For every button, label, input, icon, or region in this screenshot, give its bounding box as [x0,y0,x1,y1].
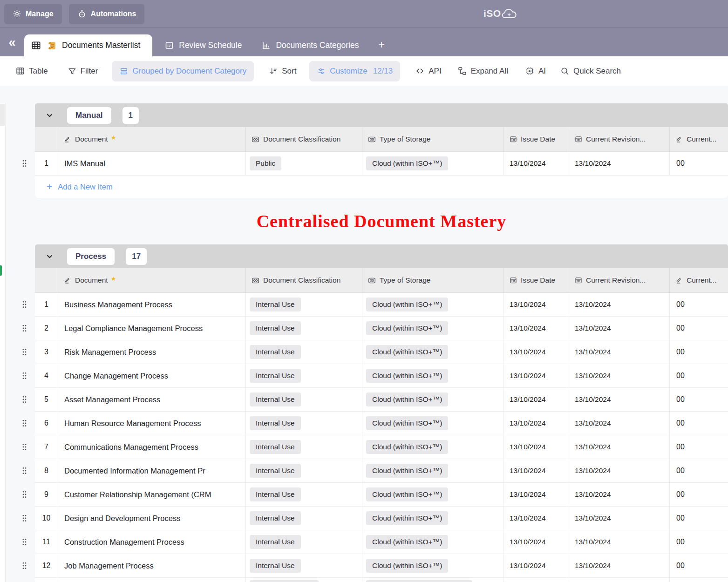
current-cell[interactable]: 00 [670,459,728,482]
classification-cell[interactable]: Internal Use [246,554,362,577]
drag-handle-icon[interactable] [22,348,27,356]
drag-handle-icon[interactable] [22,443,27,451]
classification-cell[interactable]: Internal Use [246,412,362,435]
revision-date-cell[interactable]: 13/10/2024 [569,317,670,340]
issue-date-cell[interactable]: 13/10/2024 [504,317,569,340]
chevron-down-icon[interactable] [45,252,54,261]
issue-date-cell[interactable]: 13/10/2024 [504,530,569,554]
storage-cell[interactable]: Cloud (within ISO+™) [362,152,504,175]
current-cell[interactable]: 00 [670,340,728,364]
document-cell[interactable]: Job Management Process [58,554,246,577]
drag-handle-icon[interactable] [22,325,27,332]
api-button[interactable]: API [415,66,441,76]
document-cell[interactable]: Communications Management Process [58,435,246,459]
issue-date-cell[interactable]: 13/10/2024 [504,554,569,577]
current-cell[interactable]: 00 [670,530,728,554]
document-cell[interactable]: Customer Relationship Management (CRM [58,483,246,506]
issue-date-cell[interactable]: 13/10/2024 [504,340,569,364]
storage-cell[interactable]: Cloud (within ISO+™) [362,317,504,340]
column-header[interactable]: Current Revision... [569,268,670,292]
current-cell[interactable]: 00 [670,388,728,411]
revision-date-cell[interactable]: 13/10/2024 [569,483,670,506]
issue-date-cell[interactable]: 13/10/2024 [504,459,569,482]
column-header[interactable]: Document ★ [58,268,246,292]
current-cell[interactable]: 00 [670,554,728,577]
drag-handle-icon[interactable] [22,514,27,522]
add-new-item-row[interactable]: + Add a New Item [35,176,728,198]
issue-date-cell[interactable]: 13/10/2024 [504,412,569,435]
current-cell[interactable]: 00 [670,152,728,175]
document-cell[interactable]: Business Management Process [58,293,246,316]
drag-handle-icon[interactable] [22,372,27,380]
storage-cell[interactable]: Cloud (within ISO+™) [362,388,504,411]
classification-cell[interactable]: Internal Use [246,483,362,506]
automations-button[interactable]: Automations [69,4,145,24]
tab-review-schedule[interactable]: Review Schedule [160,34,246,56]
revision-date-cell[interactable]: 13/10/2024 [569,340,670,364]
classification-cell[interactable]: Internal Use [246,317,362,340]
collapse-sidebar-icon[interactable]: « [0,29,24,55]
quick-search-button[interactable]: Quick Search [560,66,621,76]
column-header[interactable]: Document Classification [246,268,362,292]
classification-cell[interactable]: Internal Use [246,507,362,530]
tab-documents-masterlist[interactable]: Documents Masterlist [24,34,152,56]
document-cell[interactable]: Change Management Process [58,364,246,387]
current-cell[interactable]: 00 [670,317,728,340]
issue-date-cell[interactable]: 13/10/2024 [504,507,569,530]
column-header[interactable]: Current... [670,127,728,151]
drag-handle-icon[interactable] [22,538,27,546]
issue-date-cell[interactable]: 13/10/2024 [504,293,569,316]
revision-date-cell[interactable]: 13/10/2024 [569,364,670,387]
document-cell[interactable]: Legal Compliance Management Process [58,317,246,340]
tab-documents-categories[interactable]: Documents Categories [257,34,363,56]
table-view-button[interactable]: Table [15,66,48,76]
storage-cell[interactable]: Cloud (within ISO+™) [362,293,504,316]
drag-handle-icon[interactable] [22,491,27,499]
storage-cell[interactable]: Cloud (within ISO+™) [362,364,504,387]
document-cell[interactable]: Design and Development Process [58,507,246,530]
document-cell[interactable]: Documented Information Management Pr [58,459,246,482]
sort-button[interactable]: Sort [269,67,296,76]
group-header[interactable]: Process 17 [35,244,728,268]
classification-cell[interactable]: Internal Use [246,364,362,387]
grouped-by-button[interactable]: Grouped by Document Category [112,61,254,81]
column-header[interactable]: Issue Date [504,127,569,151]
column-header[interactable]: Type of Storage [362,127,504,151]
issue-date-cell[interactable]: 13/10/2024 [504,364,569,387]
current-cell[interactable]: 00 [670,364,728,387]
document-cell[interactable]: IMS Manual [58,152,246,175]
revision-date-cell[interactable]: 13/10/2024 [569,412,670,435]
drag-handle-icon[interactable] [22,160,27,168]
storage-cell[interactable]: Cloud (within ISO+™) [362,483,504,506]
drag-handle-icon[interactable] [22,420,27,427]
drag-handle-icon[interactable] [22,301,27,309]
issue-date-cell[interactable]: 13/10/2024 [504,388,569,411]
classification-cell[interactable]: Internal Use [246,388,362,411]
issue-date-cell[interactable]: 13/10/2024 [504,152,569,175]
drag-handle-icon[interactable] [22,396,27,404]
column-header[interactable]: Document Classification [246,127,362,151]
group-header[interactable]: Manual 1 [35,103,728,127]
classification-cell[interactable]: Public [246,152,362,175]
document-cell[interactable]: Asset Management Process [58,388,246,411]
classification-cell[interactable]: Internal Use [246,459,362,482]
classification-cell[interactable]: Internal Use [246,293,362,316]
document-cell[interactable]: Risk Management Process [58,340,246,364]
current-cell[interactable]: 00 [670,435,728,459]
document-cell[interactable]: Construction Management Process [58,530,246,554]
revision-date-cell[interactable]: 13/10/2024 [569,554,670,577]
drag-handle-icon[interactable] [22,562,27,570]
add-tab-button[interactable]: + [374,34,389,56]
storage-cell[interactable]: Cloud (within ISO+™) [362,530,504,554]
classification-cell[interactable]: Internal Use [246,530,362,554]
revision-date-cell[interactable]: 13/10/2024 [569,459,670,482]
customize-button[interactable]: Customize 12/13 [309,61,400,81]
storage-cell[interactable]: Cloud (within ISO+™) [362,435,504,459]
revision-date-cell[interactable]: 13/10/2024 [569,293,670,316]
classification-cell[interactable]: Internal Use [246,435,362,459]
drag-handle-icon[interactable] [22,467,27,475]
storage-cell[interactable]: Cloud (within ISO+™) [362,507,504,530]
column-header[interactable]: Issue Date [504,268,569,292]
current-cell[interactable]: 00 [670,293,728,316]
storage-cell[interactable]: Cloud (within ISO+™) [362,554,504,577]
